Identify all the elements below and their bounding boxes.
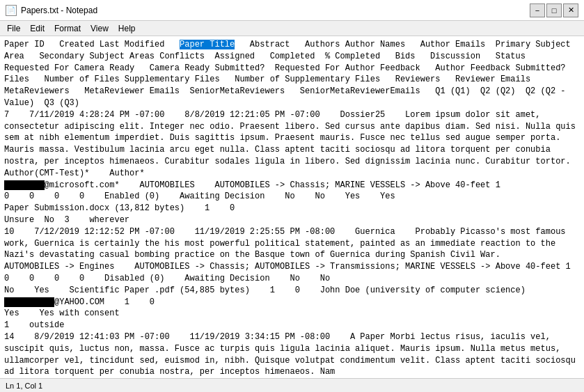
- menu-view[interactable]: View: [86, 23, 113, 34]
- text-content[interactable]: Paper ID Created Last Modified Paper Tit…: [0, 36, 584, 378]
- row-7: 7 7/11/2019 4:28:24 PM -07:00 8/8/2019 1…: [4, 110, 584, 225]
- window-controls[interactable]: − □ ✕: [530, 3, 578, 17]
- close-button[interactable]: ✕: [563, 3, 578, 17]
- title-bar: 📄 Papers.txt - Notepad − □ ✕: [0, 0, 584, 21]
- header-line: Paper ID Created Last Modified Paper Tit…: [4, 40, 581, 108]
- window-title: Papers.txt - Notepad: [21, 6, 97, 15]
- row-14: 14 8/9/2019 12:41:03 PM -07:00 11/19/201…: [4, 332, 581, 377]
- row-10: 10 7/12/2019 12:12:52 PM -07:00 11/19/20…: [4, 227, 584, 330]
- menu-bar: File Edit Format View Help: [0, 21, 584, 36]
- menu-help[interactable]: Help: [114, 23, 140, 34]
- title-bar-left: 📄 Papers.txt - Notepad: [6, 5, 97, 16]
- menu-format[interactable]: Format: [50, 23, 85, 34]
- maximize-button[interactable]: □: [546, 3, 562, 17]
- notepad-icon: 📄: [6, 5, 17, 16]
- menu-file[interactable]: File: [3, 23, 24, 34]
- status-bar: Ln 1, Col 1: [0, 378, 584, 392]
- menu-edit[interactable]: Edit: [26, 23, 49, 34]
- minimize-button[interactable]: −: [530, 3, 545, 17]
- cursor-position: Ln 1, Col 1: [6, 382, 42, 390]
